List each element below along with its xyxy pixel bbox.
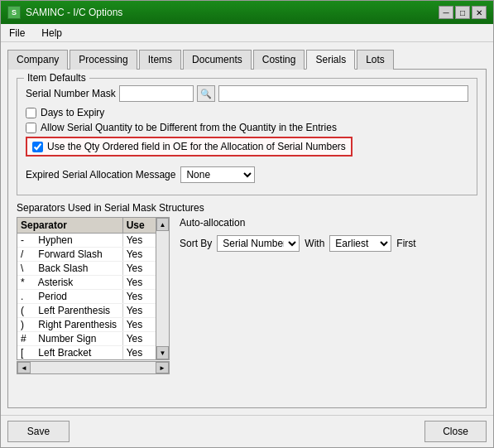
title-buttons: ─ □ ✕ bbox=[439, 6, 487, 19]
scrollbar-h-track[interactable] bbox=[31, 362, 156, 373]
close-window-button[interactable]: ✕ bbox=[472, 6, 487, 19]
col-separator-header: Separator bbox=[17, 218, 123, 233]
use-qty-ordered-label: Use the Qty Ordered field in OE for the … bbox=[47, 141, 346, 152]
scrollbar-track[interactable] bbox=[156, 231, 169, 346]
use-qty-ordered-checkbox[interactable] bbox=[32, 142, 43, 152]
sep-use-leftbracket: Yes bbox=[123, 346, 156, 359]
title-bar: S SAMINC - I/C Options ─ □ ✕ bbox=[1, 1, 493, 24]
with-select[interactable]: Earliest Latest bbox=[329, 235, 391, 252]
tab-bar: Company Processing Items Documents Costi… bbox=[7, 49, 487, 70]
sep-use-forwardslash: Yes bbox=[123, 248, 156, 261]
bottom-bar: Save Close bbox=[1, 415, 493, 447]
scrollbar-down-button[interactable]: ▼ bbox=[156, 346, 169, 359]
separators-area: Separators Used in Serial Mask Structure… bbox=[17, 202, 477, 399]
col-use-header: Use bbox=[123, 218, 156, 233]
scrollbar-left-button[interactable]: ◄ bbox=[17, 362, 31, 373]
tab-panel: Item Defaults Serial Number Mask 🔍 Days … bbox=[7, 70, 487, 408]
use-qty-ordered-highlighted: Use the Qty Ordered field in OE for the … bbox=[26, 137, 353, 157]
expired-serial-label: Expired Serial Allocation Message bbox=[26, 169, 175, 181]
table-row: ( Left Parenthesis Yes bbox=[17, 304, 156, 318]
expired-serial-row: Expired Serial Allocation Message None W… bbox=[26, 166, 468, 183]
menu-bar: File Help bbox=[1, 24, 493, 42]
tab-company[interactable]: Company bbox=[7, 50, 68, 70]
table-row: - Hyphen Yes bbox=[17, 234, 156, 248]
sep-cell-leftparen: ( Left Parenthesis bbox=[17, 304, 123, 317]
table-row: [ Left Bracket Yes bbox=[17, 346, 156, 359]
table-row: \ Back Slash Yes bbox=[17, 262, 156, 276]
separator-table-header: Separator Use bbox=[17, 218, 156, 234]
save-button[interactable]: Save bbox=[7, 421, 70, 442]
scrollbar-up-button[interactable]: ▲ bbox=[156, 218, 169, 231]
sep-use-numbersign: Yes bbox=[123, 332, 156, 345]
table-row: / Forward Slash Yes bbox=[17, 248, 156, 262]
close-button[interactable]: Close bbox=[424, 421, 487, 442]
tab-lots[interactable]: Lots bbox=[357, 50, 394, 70]
separator-table: Separator Use - Hyphen Yes / Fo bbox=[17, 217, 156, 360]
separator-table-scrollbar-h[interactable]: ◄ ► bbox=[17, 361, 170, 374]
separator-table-body[interactable]: - Hyphen Yes / Forward Slash Yes \ Back … bbox=[17, 234, 156, 359]
serial-number-mask-search-button[interactable]: 🔍 bbox=[197, 85, 215, 102]
days-to-expiry-checkbox[interactable] bbox=[26, 108, 36, 118]
tab-documents[interactable]: Documents bbox=[183, 50, 252, 70]
sep-use-rightparen: Yes bbox=[123, 318, 156, 331]
sep-use-leftparen: Yes bbox=[123, 304, 156, 317]
tab-processing[interactable]: Processing bbox=[70, 50, 137, 70]
auto-allocation-row: Sort By Serial Number Expiry Date Lot Nu… bbox=[180, 235, 477, 252]
sep-cell-rightparen: ) Right Parenthesis bbox=[17, 318, 123, 331]
with-label: With bbox=[305, 238, 324, 249]
item-defaults-group: Item Defaults Serial Number Mask 🔍 Days … bbox=[17, 78, 477, 195]
table-row: . Period Yes bbox=[17, 290, 156, 304]
sep-cell-numbersign: # Number Sign bbox=[17, 332, 123, 345]
expired-serial-select[interactable]: None Warning Error bbox=[180, 166, 255, 183]
serial-number-mask-label: Serial Number Mask bbox=[26, 88, 116, 99]
sep-use-asterisk: Yes bbox=[123, 276, 156, 289]
days-to-expiry-label: Days to Expiry bbox=[41, 107, 104, 118]
tab-serials[interactable]: Serials bbox=[306, 50, 355, 70]
allow-serial-qty-label: Allow Serial Quantity to be Different fr… bbox=[41, 122, 337, 133]
tab-items[interactable]: Items bbox=[139, 50, 181, 70]
title-bar-left: S SAMINC - I/C Options bbox=[7, 6, 122, 19]
sort-by-select[interactable]: Serial Number Expiry Date Lot Number bbox=[217, 235, 300, 252]
menu-file[interactable]: File bbox=[4, 26, 30, 41]
sep-cell-leftbracket: [ Left Bracket bbox=[17, 346, 123, 359]
first-label: First bbox=[396, 238, 415, 249]
days-to-expiry-row: Days to Expiry bbox=[26, 107, 468, 118]
sep-use-backslash: Yes bbox=[123, 262, 156, 275]
sep-cell-backslash: \ Back Slash bbox=[17, 262, 123, 275]
sep-cell-asterisk: * Asterisk bbox=[17, 276, 123, 289]
auto-allocation-section: Auto-allocation Sort By Serial Number Ex… bbox=[180, 217, 477, 399]
table-row: ) Right Parenthesis Yes bbox=[17, 318, 156, 332]
separators-content: Separator Use - Hyphen Yes / Fo bbox=[17, 217, 477, 399]
table-row: * Asterisk Yes bbox=[17, 276, 156, 290]
scrollbar-right-button[interactable]: ► bbox=[156, 362, 169, 373]
separator-table-scrollbar-v[interactable]: ▲ ▼ bbox=[156, 217, 170, 360]
sort-by-label: Sort By bbox=[180, 238, 212, 249]
serial-number-mask-input[interactable] bbox=[119, 85, 194, 102]
main-window: S SAMINC - I/C Options ─ □ ✕ File Help C… bbox=[0, 0, 494, 448]
table-row: # Number Sign Yes bbox=[17, 332, 156, 346]
auto-allocation-title: Auto-allocation bbox=[180, 217, 477, 229]
allow-serial-qty-checkbox[interactable] bbox=[26, 123, 36, 133]
separator-table-wrapper: Separator Use - Hyphen Yes / Fo bbox=[17, 217, 170, 399]
allow-serial-qty-row: Allow Serial Quantity to be Different fr… bbox=[26, 122, 468, 133]
menu-help[interactable]: Help bbox=[36, 26, 67, 41]
minimize-button[interactable]: ─ bbox=[439, 6, 453, 19]
sep-cell-hyphen: - Hyphen bbox=[17, 234, 123, 247]
separators-label: Separators Used in Serial Mask Structure… bbox=[17, 202, 477, 214]
content-area: Company Processing Items Documents Costi… bbox=[1, 42, 493, 415]
sep-use-hyphen: Yes bbox=[123, 234, 156, 247]
separator-table-inner: Separator Use - Hyphen Yes / Fo bbox=[17, 217, 170, 360]
app-icon: S bbox=[7, 6, 21, 19]
sep-cell-period: . Period bbox=[17, 290, 123, 303]
sep-use-period: Yes bbox=[123, 290, 156, 303]
group-title: Item Defaults bbox=[24, 72, 89, 84]
sep-cell-forwardslash: / Forward Slash bbox=[17, 248, 123, 261]
maximize-button[interactable]: □ bbox=[455, 6, 470, 19]
window-title: SAMINC - I/C Options bbox=[26, 7, 122, 18]
tab-costing[interactable]: Costing bbox=[253, 50, 305, 70]
serial-number-mask-extended-input[interactable] bbox=[218, 85, 468, 102]
serial-number-mask-row: Serial Number Mask 🔍 bbox=[26, 85, 468, 102]
